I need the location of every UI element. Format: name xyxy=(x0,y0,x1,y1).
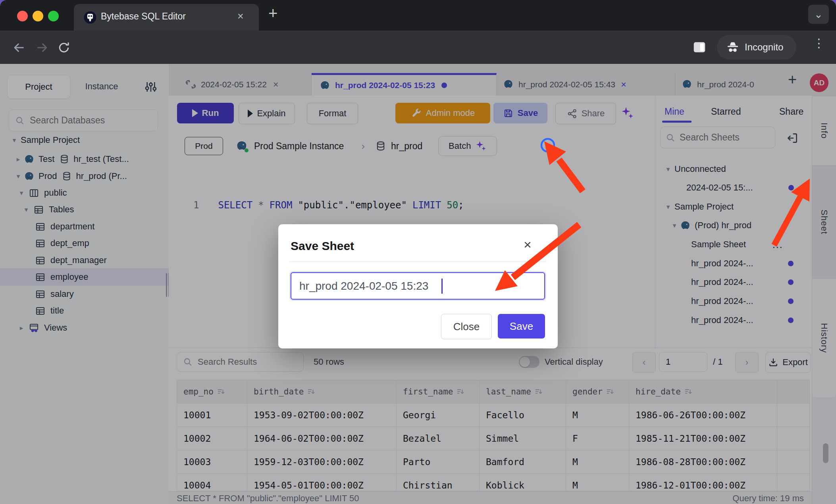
browser-toolbar: localhost:8080/sql-editor/prod-sample-in… xyxy=(0,31,836,64)
tab-search-chevron-button[interactable]: ⌄ xyxy=(808,5,829,24)
window-close-button[interactable] xyxy=(17,11,28,21)
dialog-divider xyxy=(289,261,547,262)
sheet-name-input[interactable] xyxy=(291,273,544,299)
window-minimize-button[interactable] xyxy=(33,11,43,21)
dialog-title: Save Sheet xyxy=(291,239,354,253)
browser-tab[interactable]: Bytebase SQL Editor × xyxy=(74,4,259,31)
side-panel-icon[interactable] xyxy=(692,40,707,55)
dialog-close-button[interactable]: Close xyxy=(441,314,492,339)
text-cursor xyxy=(441,279,443,294)
new-tab-button[interactable]: + xyxy=(268,4,277,22)
browser-tab-strip: Bytebase SQL Editor × + ⌄ xyxy=(0,0,836,31)
screenshot-root: Bytebase SQL Editor × + ⌄ localhost:8080… xyxy=(0,0,836,504)
dialog-close-icon[interactable]: × xyxy=(524,237,532,252)
browser-tab-title: Bytebase SQL Editor xyxy=(101,11,186,22)
incognito-label: Incognito xyxy=(745,42,783,53)
reload-icon[interactable] xyxy=(57,41,71,54)
window-zoom-button[interactable] xyxy=(48,11,59,21)
dialog-save-button[interactable]: Save xyxy=(498,314,545,339)
incognito-badge: Incognito xyxy=(717,35,796,60)
incognito-icon xyxy=(726,40,740,54)
browser-window: Bytebase SQL Editor × + ⌄ localhost:8080… xyxy=(0,0,836,504)
browser-tab-close-icon[interactable]: × xyxy=(237,10,244,23)
browser-menu-icon[interactable]: ⋮ xyxy=(813,36,825,50)
back-icon[interactable] xyxy=(12,41,25,54)
forward-icon[interactable] xyxy=(36,41,49,54)
bytebase-favicon-icon xyxy=(83,11,97,24)
save-sheet-dialog: Save Sheet × Close Save xyxy=(278,224,558,348)
sheet-name-field[interactable] xyxy=(291,272,545,300)
